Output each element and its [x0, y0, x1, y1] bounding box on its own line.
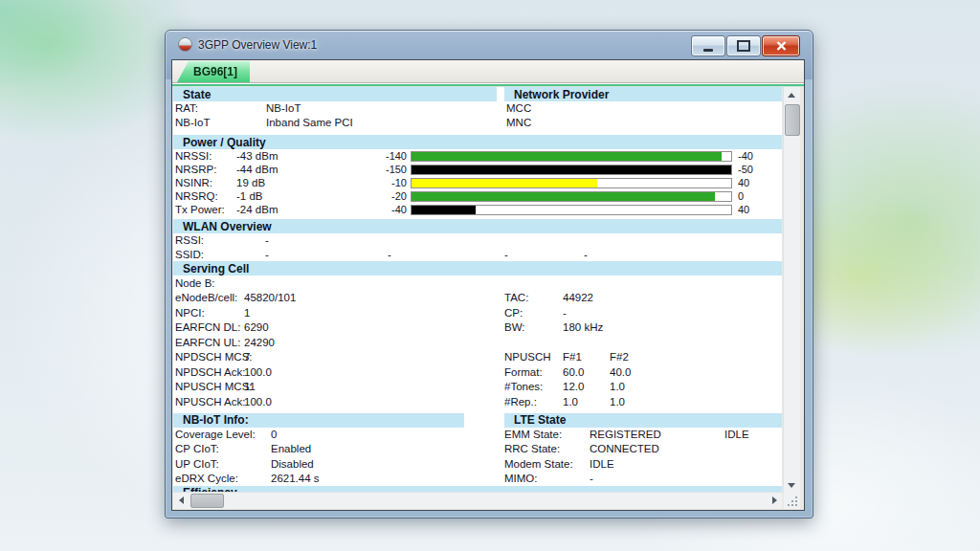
section-header-network-provider: Network Provider	[504, 87, 782, 101]
power-quality-rows: NRSSI: -43 dBm -140 -40 NRSRP: -44 dBm -…	[173, 149, 782, 216]
nbiot-lte-row: eDRX Cycle: 2621.44 s MIMO: -	[173, 471, 782, 485]
field-value: -	[563, 307, 610, 319]
serving-cell-row: NPDSCH Ack: 100.0 Format: 60.0 40.0	[173, 364, 782, 380]
section-header-power-quality: Power / Quality	[173, 135, 782, 149]
field-label: RSSI:	[175, 233, 204, 248]
field-value: 1	[244, 307, 504, 319]
scroll-right-button[interactable]	[767, 493, 782, 508]
field-label: NPDSCH Ack:	[173, 366, 244, 378]
title-bar[interactable]: 3GPP Overview View:1	[166, 31, 813, 58]
field-value: F#2	[610, 351, 782, 363]
field-label: CP:	[504, 307, 563, 319]
section-header-row: WLAN Overview	[173, 219, 782, 233]
field-value: Inband Same PCI	[266, 117, 504, 128]
field-label: #Tones:	[504, 381, 563, 392]
state-title: State	[173, 88, 211, 101]
field-label: EARFCN UL:	[173, 337, 244, 348]
scroll-down-button[interactable]	[784, 477, 799, 493]
serving-cell-row: EARFCN DL: 6290 BW: 180 kHz	[173, 320, 782, 336]
app-window: 3GPP Overview View:1 BG96[1]	[165, 30, 813, 518]
field-value: 19 dB	[236, 177, 344, 188]
field-label: NPDSCH MCS:	[173, 351, 244, 363]
serving-cell-title: Serving Cell	[173, 262, 249, 276]
horizontal-scroll-thumb[interactable]	[190, 494, 224, 508]
section-header-row: Serving Cell	[173, 261, 782, 276]
field-label: EMM State:	[504, 429, 590, 440]
field-value: IDLE	[590, 458, 724, 470]
field-value: -	[265, 233, 269, 248]
horizontal-scrollbar[interactable]	[173, 492, 782, 509]
field-label: #Rep.:	[504, 396, 563, 408]
field-label: NSINR:	[173, 177, 236, 188]
field-value: -44 dBm	[236, 164, 344, 175]
scroll-left-button[interactable]	[173, 493, 189, 508]
section-header-serving-cell: Serving Cell	[173, 261, 782, 276]
field-label: NB-IoT	[173, 117, 266, 128]
field-value: -24 dBm	[236, 204, 344, 215]
section-header-lte-state: LTE State	[504, 413, 782, 428]
chevron-left-icon	[179, 496, 184, 504]
signal-bar-track	[411, 191, 732, 202]
power-row: NRSSI: -43 dBm -140 -40	[173, 149, 782, 163]
field-value: 60.0	[563, 366, 610, 378]
serving-cell-row: Node B:	[173, 276, 782, 291]
field-value: REGISTERED	[590, 429, 724, 440]
section-header-row: State Network Provider	[173, 87, 782, 101]
field-value: NB-IoT	[266, 102, 504, 114]
field-value: -43 dBm	[236, 150, 344, 162]
wlan-row: RSSI: -	[173, 233, 782, 248]
field-label: Node B:	[173, 277, 244, 289]
field-value: 6290	[244, 321, 504, 333]
field-value: 45820/101	[244, 292, 504, 303]
section-header-row: NB-IoT Info: LTE State	[173, 413, 782, 428]
tab-bg96[interactable]: BG96[1]	[177, 61, 250, 82]
field-value: -	[590, 473, 724, 484]
field-label: NPUSCH	[504, 351, 563, 363]
serving-cell-row: NPDSCH MCS: 7 NPUSCH F#1 F#2	[173, 350, 782, 365]
field-label: eNodeB/cell:	[173, 292, 244, 303]
field-value: Disabled	[271, 458, 504, 470]
section-header-wlan: WLAN Overview	[173, 219, 782, 233]
section-header-nbiot: NB-IoT Info:	[173, 413, 464, 428]
scroll-up-button[interactable]	[784, 87, 799, 102]
field-label: MCC	[504, 102, 531, 114]
field-label: NRSRQ:	[173, 190, 236, 202]
signal-bar-fill	[412, 165, 731, 174]
wlan-title: WLAN Overview	[173, 220, 272, 233]
vertical-scrollbar[interactable]	[783, 87, 800, 493]
window-title: 3GPP Overview View:1	[198, 38, 317, 52]
bar-scale-min: -150	[344, 164, 411, 175]
vertical-scroll-thumb[interactable]	[785, 104, 800, 136]
field-value: 44922	[563, 292, 610, 303]
signal-bar-fill	[412, 206, 476, 214]
signal-bar-fill	[412, 192, 715, 201]
serving-cell-rows: Node B: eNodeB/cell: 45820/101 TAC: 4492…	[173, 276, 782, 409]
field-label: CP CIoT:	[173, 443, 271, 454]
field-value: -	[504, 248, 508, 262]
field-label: Modem State:	[504, 458, 590, 470]
nbiot-lte-row: CP CIoT: Enabled RRC State: CONNECTED	[173, 442, 782, 456]
window-controls	[690, 35, 800, 56]
field-label: NRSRP:	[173, 164, 236, 175]
field-label: UP CIoT:	[173, 458, 271, 470]
minimize-button[interactable]	[691, 35, 725, 56]
field-value: 0	[271, 429, 504, 440]
close-button[interactable]	[762, 35, 800, 56]
nbiot-lte-row: Coverage Level: 0 EMM State: REGISTERED …	[173, 428, 782, 442]
field-value: -1 dB	[236, 190, 344, 202]
field-label: NPCI:	[173, 307, 244, 319]
state-row: RAT: NB-IoT MCC	[173, 101, 782, 116]
bar-scale-min: -140	[344, 150, 411, 162]
signal-bar-fill	[412, 152, 722, 161]
field-value: F#1	[563, 351, 610, 363]
field-label: Tx Power:	[173, 204, 236, 215]
chevron-right-icon	[772, 496, 777, 504]
resize-grip-icon[interactable]	[795, 504, 797, 506]
maximize-icon	[737, 40, 750, 52]
serving-cell-row: NPUSCH Ack: 100.0 #Rep.: 1.0 1.0	[173, 394, 782, 409]
field-value: 1.0	[610, 381, 782, 392]
maximize-button[interactable]	[726, 35, 761, 56]
field-value: 7	[244, 351, 504, 363]
power-row: NRSRQ: -1 dB -20 0	[173, 189, 782, 203]
signal-bar-track	[411, 205, 732, 215]
